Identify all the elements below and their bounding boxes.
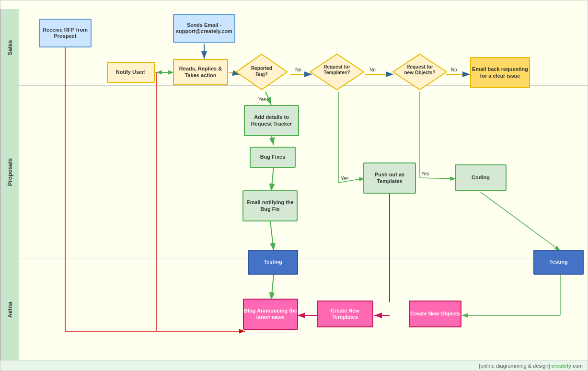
testing-mid-box: Testing bbox=[248, 250, 298, 275]
lane-sales-label: Sales bbox=[0, 9, 19, 86]
flowchart-canvas: Sales Proposals Aetna No bbox=[0, 0, 588, 371]
svg-text:Reported: Reported bbox=[251, 66, 272, 71]
blog-announce-box: Blog Announcing the latest news bbox=[243, 299, 298, 330]
sends-email-box: Sends Email - support@creately.com bbox=[173, 14, 235, 43]
brand-label: [online diagramming & design] creately.c… bbox=[479, 363, 583, 369]
bug-fixes-box: Bug Fixes bbox=[250, 147, 296, 168]
create-templates-box: Create New Templates bbox=[317, 301, 373, 327]
lane-proposals-label: Proposals bbox=[0, 86, 19, 258]
svg-text:Bug?: Bug? bbox=[255, 72, 268, 77]
svg-text:Templates?: Templates? bbox=[324, 70, 350, 75]
reported-bug-diamond: Reported Bug? bbox=[235, 53, 288, 91]
bottom-bar: [online diagramming & design] creately.c… bbox=[0, 360, 588, 371]
request-templates-diamond: Request for Templates? bbox=[310, 53, 365, 91]
create-objects-box: Create New Objects bbox=[409, 301, 461, 327]
receive-rfp-box: Receive RFP from Prospect bbox=[39, 19, 92, 47]
svg-text:new Objects?: new Objects? bbox=[404, 70, 435, 75]
reads-replies-box: Reads, Replies & Takes action bbox=[173, 59, 228, 85]
notify-user-box: Notify User! bbox=[107, 62, 155, 83]
add-details-box: Add details to Request Tracker bbox=[244, 105, 299, 136]
email-notify-box: Email notifying the Bug Fix bbox=[242, 190, 298, 221]
svg-text:Request for: Request for bbox=[406, 64, 433, 70]
push-templates-box: Push out as Templates bbox=[363, 162, 416, 194]
svg-text:Request for: Request for bbox=[323, 64, 350, 70]
request-objects-diamond: Request for new Objects? bbox=[392, 53, 448, 91]
testing-right-box: Testing bbox=[533, 250, 584, 275]
email-back-box: Email back requesting for a clear issue bbox=[470, 57, 530, 88]
lane-aetna-label: Aetna bbox=[0, 258, 19, 361]
coding-box: Coding bbox=[455, 164, 507, 191]
